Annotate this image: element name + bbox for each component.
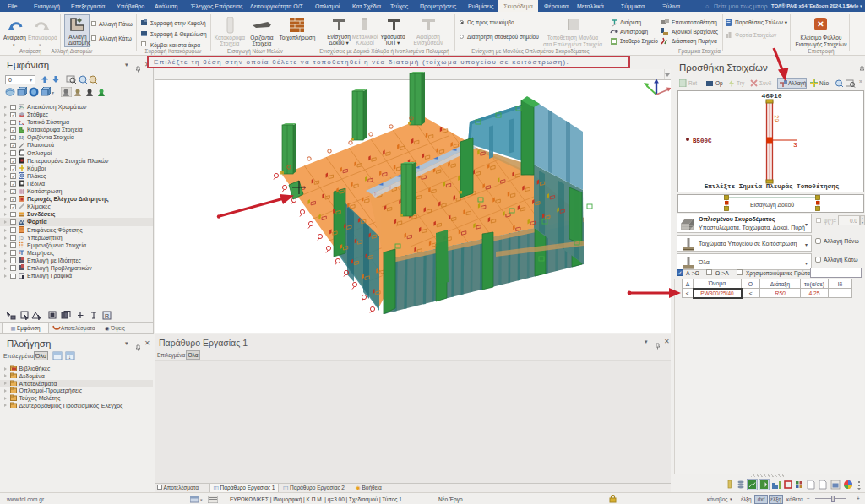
svg-text:B500C: B500C xyxy=(693,138,712,144)
svg-text:↓: ↓ xyxy=(68,355,71,360)
svg-text:3: 3 xyxy=(793,141,797,149)
svg-text:βξ: βξ xyxy=(19,135,24,140)
svg-text:R: R xyxy=(105,313,109,319)
svg-text:29: 29 xyxy=(773,115,780,122)
svg-text:(5): (5) xyxy=(19,235,25,241)
